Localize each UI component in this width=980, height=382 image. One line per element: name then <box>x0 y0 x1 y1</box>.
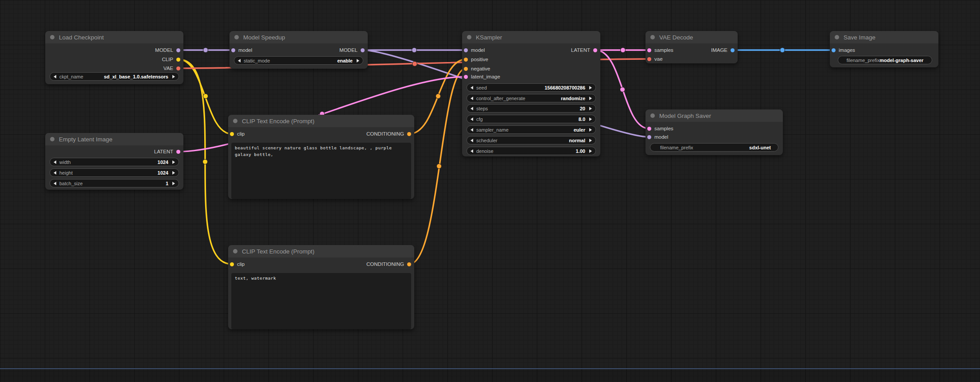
output-port-latent[interactable]: LATENT <box>571 46 600 55</box>
input-port-vae[interactable]: vae <box>646 55 663 63</box>
output-port-conditioning[interactable]: CONDITIONING <box>366 260 414 269</box>
increment-arrow-icon[interactable] <box>589 107 592 110</box>
model-port-dot[interactable] <box>464 48 468 52</box>
image-port-dot[interactable] <box>731 48 735 52</box>
increment-arrow-icon[interactable] <box>589 139 592 142</box>
widget-seed[interactable]: seed 156680208700286 <box>467 83 596 92</box>
widget-filename-prefix[interactable]: filename_prefix sdxl-unet <box>650 143 778 152</box>
link-midpoint-dot[interactable] <box>780 48 785 53</box>
decrement-arrow-icon[interactable] <box>54 160 56 164</box>
decrement-arrow-icon[interactable] <box>471 139 473 142</box>
input-port-model[interactable]: model <box>646 133 668 141</box>
node-ksampler[interactable]: KSampler model positive negative latent_… <box>462 31 600 156</box>
increment-arrow-icon[interactable] <box>172 171 175 175</box>
decrement-arrow-icon[interactable] <box>54 182 56 185</box>
link-midpoint-dot[interactable] <box>412 48 417 53</box>
node-title-bar[interactable]: Empty Latent Image <box>45 133 183 145</box>
prompt-textarea[interactable]: text, watermark <box>231 273 411 329</box>
clip-port-dot[interactable] <box>230 132 234 136</box>
vae-port-dot[interactable] <box>176 66 180 70</box>
increment-arrow-icon[interactable] <box>357 59 359 62</box>
increment-arrow-icon[interactable] <box>172 182 175 185</box>
output-port-model[interactable]: MODEL <box>339 46 368 55</box>
node-title-bar[interactable]: Save Image <box>830 31 938 43</box>
node-load-checkpoint[interactable]: Load Checkpoint MODEL CLIP VAE ckpt_name… <box>45 31 183 84</box>
prompt-textarea[interactable]: beautiful scenery nature glass bottle la… <box>231 143 411 199</box>
input-port-clip[interactable]: clip <box>228 260 245 269</box>
widget-scheduler[interactable]: scheduler normal <box>467 136 596 144</box>
widget-batch-size[interactable]: batch_size 1 <box>50 179 179 187</box>
link-midpoint-dot[interactable] <box>203 48 208 53</box>
input-port-model[interactable]: model <box>462 46 485 55</box>
node-collapse-dot[interactable] <box>650 35 655 39</box>
node-title-bar[interactable]: Load Checkpoint <box>45 31 183 43</box>
node-empty-latent-image[interactable]: Empty Latent Image LATENT width 1024 hei… <box>45 133 183 190</box>
latent-port-dot[interactable] <box>176 150 180 154</box>
node-title-bar[interactable]: CLIP Text Encode (Prompt) <box>228 245 414 257</box>
output-port-clip[interactable]: CLIP <box>162 55 183 64</box>
conditioning-port-dot[interactable] <box>407 262 411 266</box>
output-port-model[interactable]: MODEL <box>155 46 183 55</box>
node-title-bar[interactable]: CLIP Text Encode (Prompt) <box>228 115 414 127</box>
widget-height[interactable]: height 1024 <box>50 168 179 177</box>
node-graph-canvas[interactable]: Load Checkpoint MODEL CLIP VAE ckpt_name… <box>0 0 980 382</box>
node-save-image[interactable]: Save Image images filename_prefix model-… <box>830 31 938 67</box>
input-port-latent-image[interactable]: latent_image <box>462 72 500 81</box>
node-vae-decode[interactable]: VAE Decode samples vae IMAGE <box>646 31 738 63</box>
decrement-arrow-icon[interactable] <box>471 107 473 110</box>
increment-arrow-icon[interactable] <box>172 75 175 78</box>
input-port-negative[interactable]: negative <box>462 64 490 73</box>
node-collapse-dot[interactable] <box>650 113 655 118</box>
output-port-vae[interactable]: VAE <box>163 64 183 73</box>
vae-port-dot[interactable] <box>647 57 651 61</box>
node-collapse-dot[interactable] <box>233 119 237 123</box>
widget-denoise[interactable]: denoise 1.00 <box>467 147 596 155</box>
node-collapse-dot[interactable] <box>835 35 839 39</box>
output-port-conditioning[interactable]: CONDITIONING <box>366 129 414 138</box>
node-title-bar[interactable]: Model Graph Saver <box>646 109 783 122</box>
increment-arrow-icon[interactable] <box>589 86 592 90</box>
input-port-positive[interactable]: positive <box>462 55 488 64</box>
node-collapse-dot[interactable] <box>467 35 471 39</box>
decrement-arrow-icon[interactable] <box>54 75 56 78</box>
decrement-arrow-icon[interactable] <box>471 117 473 121</box>
node-model-graph-saver[interactable]: Model Graph Saver samples model filename… <box>646 109 783 155</box>
node-model-speedup[interactable]: Model Speedup model MODEL static_mode en… <box>229 31 368 69</box>
increment-arrow-icon[interactable] <box>589 117 592 121</box>
input-port-samples[interactable]: samples <box>646 46 673 55</box>
model-port-dot[interactable] <box>647 135 651 139</box>
widget-width[interactable]: width 1024 <box>50 158 179 166</box>
increment-arrow-icon[interactable] <box>589 149 592 153</box>
widget-filename-prefix[interactable]: filename_prefix model-graph-saver <box>838 56 932 64</box>
link-midpoint-dot[interactable] <box>203 94 208 99</box>
link-midpoint-dot[interactable] <box>437 164 442 169</box>
node-clip-text-encode-negative[interactable]: CLIP Text Encode (Prompt) clip CONDITION… <box>228 245 414 329</box>
widget-ckpt-name[interactable]: ckpt_name sd_xl_base_1.0.safetensors <box>50 72 179 81</box>
widget-steps[interactable]: steps 20 <box>467 104 596 113</box>
node-title-bar[interactable]: VAE Decode <box>646 31 738 43</box>
decrement-arrow-icon[interactable] <box>238 59 241 62</box>
widget-cfg[interactable]: cfg 8.0 <box>467 115 596 123</box>
output-port-image[interactable]: IMAGE <box>711 46 738 55</box>
model-port-dot[interactable] <box>361 48 365 52</box>
model-port-dot[interactable] <box>176 48 180 52</box>
node-collapse-dot[interactable] <box>233 249 237 253</box>
latent-port-dot[interactable] <box>593 48 597 52</box>
increment-arrow-icon[interactable] <box>589 128 592 132</box>
decrement-arrow-icon[interactable] <box>471 86 473 90</box>
link-midpoint-dot[interactable] <box>412 62 417 66</box>
conditioning-port-dot[interactable] <box>464 58 468 62</box>
increment-arrow-icon[interactable] <box>172 160 175 164</box>
widget-control-after-generate[interactable]: control_after_generate randomize <box>467 94 596 102</box>
node-title-bar[interactable]: KSampler <box>462 31 600 43</box>
latent-port-dot[interactable] <box>647 48 651 52</box>
widget-sampler-name[interactable]: sampler_name euler <box>467 125 596 134</box>
clip-port-dot[interactable] <box>176 58 180 62</box>
output-port-latent[interactable]: LATENT <box>154 147 183 156</box>
model-port-dot[interactable] <box>231 48 235 52</box>
widget-static-mode[interactable]: static_mode enable <box>234 56 363 65</box>
node-title-bar[interactable]: Model Speedup <box>229 31 368 43</box>
link-midpoint-dot[interactable] <box>621 48 626 53</box>
node-collapse-dot[interactable] <box>50 35 54 39</box>
decrement-arrow-icon[interactable] <box>471 149 473 153</box>
